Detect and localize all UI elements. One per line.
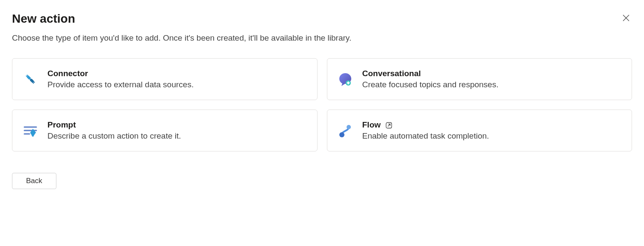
page-description: Choose the type of item you'd like to ad… [12,33,632,43]
svg-line-4 [26,76,27,77]
card-title: Prompt [47,120,308,130]
card-description: Describe a custom action to create it. [47,131,308,141]
flow-icon [337,122,354,139]
svg-point-9 [347,82,348,83]
svg-point-18 [347,125,351,129]
conversational-icon [337,71,354,88]
card-title: Connector [47,69,308,78]
svg-line-6 [33,81,35,83]
action-type-grid: Connector Provide access to external dat… [12,58,632,151]
prompt-icon [22,122,39,139]
card-prompt[interactable]: Prompt Describe a custom action to creat… [12,110,318,151]
card-description: Provide access to external data sources. [47,80,308,89]
card-description: Enable automated task completion. [362,131,623,141]
close-icon [622,14,630,24]
page-title: New action [12,12,75,26]
card-connector[interactable]: Connector Provide access to external dat… [12,58,318,100]
card-flow[interactable]: Flow Enable automated task completion. [327,110,632,151]
svg-point-17 [339,132,344,137]
card-title: Conversational [362,69,623,78]
card-description: Create focused topics and responses. [362,80,623,89]
back-button[interactable]: Back [12,173,56,189]
svg-line-3 [27,75,29,76]
card-conversational[interactable]: Conversational Create focused topics and… [327,58,632,100]
svg-rect-10 [347,83,349,84]
svg-line-7 [32,82,34,83]
external-link-icon [385,122,393,129]
connector-icon [22,71,39,88]
card-title: Flow [362,120,381,130]
close-button[interactable] [620,12,632,25]
